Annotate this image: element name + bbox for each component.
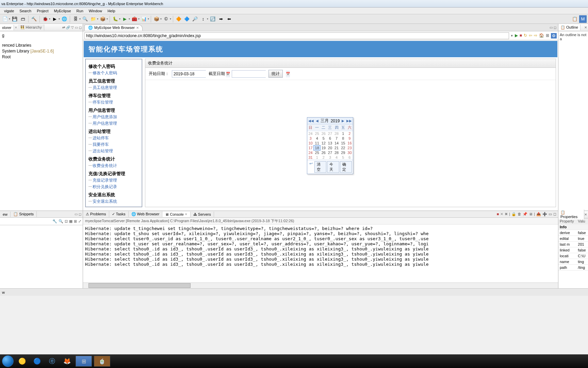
cal-home-icon[interactable]: ↩ bbox=[308, 161, 314, 173]
filter-icon[interactable]: 🔃 bbox=[209, 15, 216, 23]
sidebar-link[interactable]: 充值记录管理 bbox=[88, 178, 139, 183]
calendar-day[interactable]: 8 bbox=[340, 136, 346, 141]
calendar-day[interactable]: 6 bbox=[346, 155, 353, 160]
close-icon[interactable]: ✕ bbox=[15, 26, 17, 29]
calendar-day[interactable]: 3 bbox=[327, 155, 333, 160]
tab-hierarchy[interactable]: 👯 Hierarchy bbox=[18, 25, 44, 30]
tab-servers[interactable]: 🖧 Servers bbox=[191, 212, 214, 217]
fav-icon[interactable]: ⊞ bbox=[546, 33, 549, 39]
remove-all-icon[interactable]: ✖ bbox=[505, 212, 508, 216]
chevron-down-icon[interactable]: ▼ bbox=[510, 34, 513, 37]
menu-project[interactable]: Project bbox=[34, 9, 51, 13]
menu-vigate[interactable]: vigate bbox=[1, 9, 17, 13]
ext-tools-icon[interactable]: 🧰 bbox=[131, 15, 138, 23]
build-icon[interactable]: 🔨 bbox=[30, 15, 38, 23]
run-server-icon[interactable]: ▶ bbox=[51, 15, 59, 23]
prev-year-icon[interactable]: ◀◀ bbox=[308, 119, 314, 123]
menu-window[interactable]: Window bbox=[86, 9, 105, 13]
open-type-icon[interactable]: 🔶 bbox=[175, 15, 182, 23]
perspective-my-icon[interactable]: M bbox=[579, 15, 587, 23]
calendar-day[interactable]: 28 bbox=[333, 150, 340, 155]
calendar-day[interactable]: 3 bbox=[307, 136, 314, 141]
calendar-day[interactable]: 14 bbox=[333, 141, 340, 145]
close-icon[interactable]: ✕ bbox=[136, 26, 139, 30]
calendar-day[interactable]: 16 bbox=[346, 141, 353, 145]
sidebar-link[interactable]: 用户信息管理 bbox=[88, 121, 139, 126]
calendar-day[interactable]: 25 bbox=[314, 150, 320, 155]
tab-problems[interactable]: ⚠ Problems bbox=[83, 211, 109, 217]
sidebar-link[interactable]: 修改个人密码 bbox=[88, 70, 139, 76]
calendar-day[interactable]: 12 bbox=[320, 141, 327, 145]
minimize-icon[interactable]: ▭ bbox=[550, 26, 553, 29]
max-icon[interactable]: ◻ bbox=[553, 212, 556, 216]
stop-console-icon[interactable]: ■ bbox=[497, 212, 499, 216]
collapse-icon[interactable]: ⇄ bbox=[62, 26, 65, 29]
tree-item[interactable]: renced Libraries bbox=[2, 43, 81, 48]
minimize-icon[interactable]: ▭ bbox=[75, 26, 78, 29]
calendar-day[interactable]: 22 bbox=[340, 145, 346, 150]
maximize-icon[interactable]: ◻ bbox=[79, 26, 82, 29]
tab-outline[interactable]: 📋 Outline bbox=[558, 25, 581, 30]
calendar-day[interactable]: 4 bbox=[314, 136, 320, 141]
calendar-day[interactable]: 11 bbox=[314, 141, 320, 145]
calendar-day[interactable]: 25 bbox=[314, 131, 320, 136]
start-date-input[interactable]: 📅 bbox=[172, 70, 206, 78]
calendar-day[interactable]: 27 bbox=[327, 131, 333, 136]
end-date-input[interactable]: 📅 bbox=[232, 70, 266, 78]
prev-icon[interactable]: ⬅ bbox=[225, 15, 233, 23]
project-tree[interactable]: g renced Libraries System Library [JavaS… bbox=[0, 31, 83, 61]
sidebar-link[interactable]: 进出站管理 bbox=[88, 148, 139, 154]
refresh-icon[interactable]: ↻ bbox=[524, 33, 527, 39]
search-icon[interactable]: 🔍 bbox=[81, 15, 89, 23]
filter-icon[interactable]: ⊞ bbox=[74, 219, 77, 224]
toggle-icon[interactable]: ↕ bbox=[199, 15, 207, 23]
menu-help[interactable]: Help bbox=[105, 9, 118, 13]
edge-icon[interactable]: 🔵 bbox=[31, 356, 44, 366]
calendar-day[interactable]: 13 bbox=[327, 141, 333, 145]
sidebar-link[interactable]: 员工信息管理 bbox=[88, 85, 139, 91]
calendar-icon[interactable]: 📅 bbox=[286, 71, 290, 77]
calendar-day[interactable]: 5 bbox=[320, 136, 327, 141]
save-icon[interactable]: 💾 bbox=[11, 15, 18, 23]
new-class-icon[interactable]: © bbox=[162, 15, 170, 23]
pin-icon[interactable]: 📌 bbox=[523, 212, 527, 216]
next-year-icon[interactable]: ▶▶ bbox=[346, 119, 352, 123]
zoom-icon[interactable]: 🔍 bbox=[59, 219, 63, 224]
console-hscroll[interactable] bbox=[83, 282, 558, 288]
calendar-day[interactable]: 27 bbox=[327, 150, 333, 155]
sidebar-link[interactable]: 积分兑换记录 bbox=[88, 184, 139, 190]
next-icon[interactable]: ➡ bbox=[217, 15, 225, 23]
open-task-icon[interactable]: 🔷 bbox=[183, 15, 191, 23]
tab-snippets[interactable]: 📋 Snippets bbox=[11, 211, 37, 217]
calendar-day[interactable]: 31 bbox=[307, 155, 314, 160]
close-icon[interactable]: ✕ bbox=[584, 26, 587, 29]
maximize-icon[interactable]: ◻ bbox=[554, 26, 556, 29]
calendar-day[interactable]: 15 bbox=[340, 141, 346, 145]
calendar-day[interactable]: 26 bbox=[320, 131, 327, 136]
tab-properties[interactable]: 📋 Properties bbox=[558, 210, 584, 219]
sidebar-link[interactable]: 收费业务统计 bbox=[88, 163, 139, 169]
calendar-day[interactable]: 1 bbox=[314, 155, 320, 160]
new-icon[interactable]: 📄 bbox=[1, 15, 9, 23]
db-icon[interactable]: 🗄 bbox=[72, 15, 79, 23]
display-icon[interactable]: 🖥 bbox=[529, 212, 533, 216]
new-pkg-icon[interactable]: 📦 bbox=[153, 15, 160, 23]
console-output[interactable]: Hibernate: update t_tingchewei set tingc… bbox=[83, 225, 558, 282]
calendar-day[interactable]: 4 bbox=[333, 155, 340, 160]
globe-icon[interactable]: 🌐 bbox=[61, 15, 68, 23]
calendar-day[interactable]: 20 bbox=[327, 145, 333, 150]
tab-preview[interactable]: ew bbox=[0, 212, 11, 217]
taskbar-myeclipse[interactable]: ⊞ bbox=[76, 356, 92, 367]
stat-button[interactable]: 统计 bbox=[268, 70, 283, 78]
start-button[interactable] bbox=[2, 355, 14, 367]
calendar-day[interactable]: 5 bbox=[340, 155, 346, 160]
cal-ok-button[interactable]: 确定 bbox=[340, 161, 352, 173]
calendar-day[interactable]: 17 bbox=[307, 145, 314, 150]
calendar-day[interactable]: 30 bbox=[346, 150, 353, 155]
search-java-icon[interactable]: 🔎 bbox=[191, 15, 199, 23]
calendar-day[interactable]: 26 bbox=[320, 150, 327, 155]
calendar-day[interactable]: 2 bbox=[346, 131, 353, 136]
stop-icon[interactable]: ■ bbox=[520, 33, 522, 39]
menu-run[interactable]: Run bbox=[74, 9, 86, 13]
go-icon[interactable]: ▶ bbox=[515, 33, 518, 39]
